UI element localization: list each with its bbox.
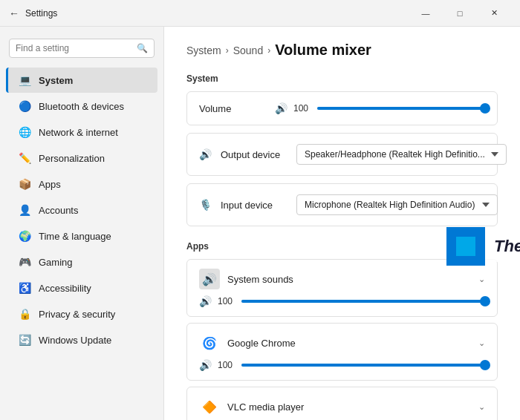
- app-item-left-vlc-media-player: 🔶 VLC media player: [199, 396, 304, 417]
- sidebar-item-bluetooth[interactable]: 🔵Bluetooth & devices: [6, 93, 157, 119]
- titlebar: ← Settings — □ ✕: [0, 0, 520, 27]
- sidebar-label-apps: Apps: [39, 179, 61, 190]
- volume-label: Volume: [199, 103, 266, 114]
- apps-section-label: Apps: [186, 241, 498, 252]
- sidebar-label-system: System: [39, 75, 73, 86]
- app-icon-google-chrome: 🌀: [199, 332, 220, 353]
- content-wrapper: System › Sound › Volume mixer System Vol…: [186, 42, 498, 420]
- app-chevron-system-sounds[interactable]: ⌄: [478, 275, 485, 284]
- app-volume-value-system-sounds: 100: [218, 296, 235, 306]
- time-icon: 🌍: [18, 229, 31, 243]
- breadcrumb-active: Volume mixer: [275, 42, 371, 59]
- app-item-header-vlc-media-player: 🔶 VLC media player ⌄: [199, 396, 485, 417]
- input-device-label: Input device: [221, 200, 287, 211]
- volume-card: Volume 🔊 100: [186, 91, 498, 125]
- app-body: 🔍 💻System🔵Bluetooth & devices🌐Network & …: [0, 27, 520, 420]
- update-icon: 🔄: [18, 333, 31, 347]
- input-device-select[interactable]: Microphone (Realtek High Definition Audi…: [296, 194, 498, 215]
- app-chevron-google-chrome[interactable]: ⌄: [478, 338, 485, 348]
- accounts-icon: 👤: [18, 203, 31, 217]
- app-item-google-chrome: 🌀 Google Chrome ⌄ 🔊 100: [186, 323, 498, 381]
- network-icon: 🌐: [18, 125, 31, 139]
- sidebar-item-accessibility[interactable]: ♿Accessibility: [6, 275, 157, 301]
- system-icon: 💻: [18, 73, 31, 87]
- gaming-icon: 🎮: [18, 255, 31, 269]
- sidebar-item-apps[interactable]: 📦Apps: [6, 171, 157, 197]
- sidebar-label-privacy: Privacy & security: [39, 309, 115, 320]
- apps-icon: 📦: [18, 177, 31, 191]
- sidebar-item-gaming[interactable]: 🎮Gaming: [6, 249, 157, 275]
- app-volume-icon-system-sounds: 🔊: [199, 295, 212, 307]
- volume-slider-area[interactable]: 🔊 100: [275, 102, 485, 114]
- maximize-button[interactable]: □: [443, 2, 477, 24]
- app-name-google-chrome: Google Chrome: [227, 338, 296, 349]
- sidebar-item-time[interactable]: 🌍Time & language: [6, 223, 157, 249]
- sidebar-item-personalization[interactable]: ✏️Personalization: [6, 145, 157, 171]
- output-device-select[interactable]: Speaker/Headphone (Realtek High Definiti…: [296, 144, 507, 165]
- app-slider-thumb-system-sounds[interactable]: [480, 296, 490, 306]
- titlebar-left: ← Settings: [9, 7, 57, 19]
- sidebar-item-accounts[interactable]: 👤Accounts: [6, 197, 157, 223]
- sidebar-label-bluetooth: Bluetooth & devices: [39, 101, 124, 112]
- sidebar-label-gaming: Gaming: [39, 257, 73, 268]
- app-volume-row-google-chrome[interactable]: 🔊 100: [199, 359, 485, 371]
- apps-section: Apps 🔊 System sounds ⌄ 🔊 100 🌀 Google Ch…: [186, 241, 498, 420]
- titlebar-controls: — □ ✕: [409, 2, 511, 24]
- app-slider-fill-system-sounds: [241, 300, 485, 303]
- close-button[interactable]: ✕: [477, 2, 511, 24]
- output-device-card: 🔊 Output device Speaker/Headphone (Realt…: [186, 133, 498, 176]
- app-item-vlc-media-player: 🔶 VLC media player ⌄ 🔊 100: [186, 387, 498, 420]
- app-item-header-system-sounds: 🔊 System sounds ⌄: [199, 269, 485, 289]
- privacy-icon: 🔒: [18, 307, 31, 321]
- sidebar-label-update: Windows Update: [39, 335, 111, 346]
- search-input[interactable]: [16, 43, 132, 53]
- app-slider-thumb-google-chrome[interactable]: [480, 360, 490, 370]
- input-icon: 🎙️: [199, 199, 212, 211]
- sidebar-label-accessibility: Accessibility: [39, 283, 91, 294]
- volume-speaker-icon: 🔊: [275, 102, 287, 114]
- output-icon: 🔊: [199, 148, 212, 160]
- app-volume-row-system-sounds[interactable]: 🔊 100: [199, 295, 485, 307]
- personalization-icon: ✏️: [18, 151, 31, 165]
- minimize-button[interactable]: —: [409, 2, 443, 24]
- volume-value: 100: [293, 103, 311, 114]
- input-device-card: 🎙️ Input device Microphone (Realtek High…: [186, 183, 498, 226]
- sidebar-item-network[interactable]: 🌐Network & internet: [6, 119, 157, 145]
- accessibility-icon: ♿: [18, 281, 31, 295]
- back-button[interactable]: ←: [9, 7, 19, 19]
- app-slider-track-google-chrome[interactable]: [241, 364, 485, 367]
- content-area: System › Sound › Volume mixer System Vol…: [163, 27, 520, 420]
- search-icon: 🔍: [137, 43, 148, 53]
- breadcrumb-chevron-2: ›: [267, 45, 270, 56]
- bluetooth-icon: 🔵: [18, 99, 31, 113]
- input-device-row: 🎙️ Input device Microphone (Realtek High…: [199, 194, 485, 215]
- app-icon-system-sounds: 🔊: [199, 269, 220, 289]
- volume-slider-thumb[interactable]: [480, 103, 490, 114]
- sidebar-item-privacy[interactable]: 🔒Privacy & security: [6, 301, 157, 327]
- sidebar: 🔍 💻System🔵Bluetooth & devices🌐Network & …: [0, 27, 163, 420]
- app-volume-icon-google-chrome: 🔊: [199, 359, 212, 371]
- sidebar-label-time: Time & language: [39, 231, 111, 242]
- app-chevron-vlc-media-player[interactable]: ⌄: [478, 402, 485, 412]
- sidebar-item-system[interactable]: 💻System: [6, 68, 157, 93]
- app-volume-value-google-chrome: 100: [218, 360, 235, 370]
- app-slider-track-system-sounds[interactable]: [241, 300, 485, 303]
- app-icon-vlc-media-player: 🔶: [199, 396, 220, 417]
- breadcrumb-sound[interactable]: Sound: [233, 45, 263, 56]
- breadcrumb-chevron-1: ›: [226, 45, 229, 56]
- sidebar-label-accounts: Accounts: [39, 205, 78, 216]
- volume-row: Volume 🔊 100: [199, 102, 485, 114]
- system-section-label: System: [186, 73, 498, 84]
- titlebar-title: Settings: [25, 8, 57, 19]
- app-item-left-system-sounds: 🔊 System sounds: [199, 269, 293, 289]
- output-device-row: 🔊 Output device Speaker/Headphone (Realt…: [199, 144, 485, 165]
- sidebar-item-update[interactable]: 🔄Windows Update: [6, 327, 157, 352]
- volume-slider-track[interactable]: [317, 107, 485, 110]
- apps-list: 🔊 System sounds ⌄ 🔊 100 🌀 Google Chrome …: [186, 259, 498, 420]
- app-item-header-google-chrome: 🌀 Google Chrome ⌄: [199, 332, 485, 353]
- breadcrumb-system[interactable]: System: [186, 45, 221, 56]
- search-box[interactable]: 🔍: [9, 39, 155, 58]
- app-name-system-sounds: System sounds: [227, 274, 293, 285]
- volume-slider-fill: [317, 107, 485, 110]
- sidebar-nav: 💻System🔵Bluetooth & devices🌐Network & in…: [0, 67, 163, 353]
